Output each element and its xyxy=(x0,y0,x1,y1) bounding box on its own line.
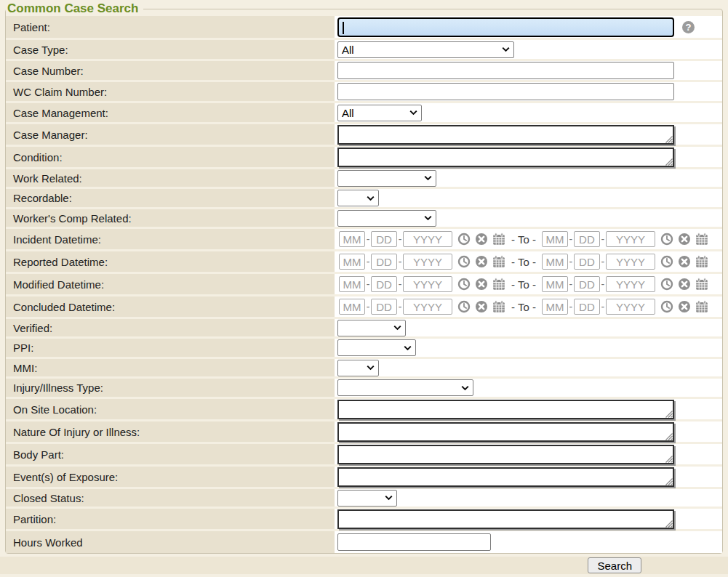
reported-datetime-from-year-input[interactable]: YYYY xyxy=(403,254,452,270)
calendar-icon[interactable] xyxy=(695,300,708,313)
resize-grip-icon[interactable] xyxy=(665,478,673,485)
clear-icon[interactable] xyxy=(678,300,691,313)
ppi-select[interactable] xyxy=(337,339,416,356)
resize-grip-icon[interactable] xyxy=(665,456,673,463)
incident-datetime-from-year-input[interactable]: YYYY xyxy=(403,231,452,247)
modified-datetime-from-separator: - xyxy=(397,278,403,290)
wc-claim-number-input[interactable] xyxy=(337,83,674,100)
form-row-injury-illness-type: Injury/Illness Type: xyxy=(6,379,722,399)
injury-illness-type-select[interactable] xyxy=(337,379,473,396)
search-button[interactable]: Search xyxy=(588,557,641,573)
clear-icon[interactable] xyxy=(475,278,488,291)
body-part-textarea[interactable] xyxy=(337,445,674,464)
concluded-datetime-from-month-input[interactable]: MM xyxy=(339,299,365,315)
nature-of-injury-textarea[interactable] xyxy=(337,422,674,442)
patient-label: Patient: xyxy=(6,16,335,38)
incident-datetime-from-day-input[interactable]: DD xyxy=(371,231,397,247)
reported-datetime-to-year-input[interactable]: YYYY xyxy=(606,254,655,270)
clear-icon[interactable] xyxy=(678,255,691,268)
time-icon[interactable] xyxy=(660,233,673,246)
reported-datetime-to-day-input[interactable]: DD xyxy=(574,254,600,270)
time-icon[interactable] xyxy=(457,233,471,246)
incident-datetime-to-day-input[interactable]: DD xyxy=(574,231,600,247)
concluded-datetime-to-day-input[interactable]: DD xyxy=(574,299,600,315)
form-row-workers-comp-related: Worker's Comp Related: xyxy=(6,209,722,229)
help-icon[interactable]: ? xyxy=(682,21,695,33)
resize-grip-icon[interactable] xyxy=(665,433,673,440)
workers-comp-related-select[interactable] xyxy=(337,210,436,227)
modified-datetime-from-year-input[interactable]: YYYY xyxy=(403,276,452,292)
modified-datetime-to-separator: - To - xyxy=(511,278,536,291)
form-row-case-type: Case Type:All xyxy=(6,40,722,61)
reported-datetime-to-month-input[interactable]: MM xyxy=(542,254,568,270)
clear-icon[interactable] xyxy=(475,300,488,313)
reported-datetime-from-icons xyxy=(457,255,505,268)
form-row-case-manager: Case Manager: xyxy=(6,124,722,147)
patient-value-cell: ? xyxy=(335,16,722,38)
resize-grip-icon[interactable] xyxy=(665,136,673,143)
clear-icon[interactable] xyxy=(475,255,488,268)
partition-textarea[interactable] xyxy=(337,509,674,529)
calendar-icon[interactable] xyxy=(695,255,708,268)
clear-icon[interactable] xyxy=(678,233,691,246)
modified-datetime-to-day-input[interactable]: DD xyxy=(574,276,600,292)
mmi-select[interactable] xyxy=(337,360,379,376)
calendar-icon[interactable] xyxy=(492,233,505,246)
time-icon[interactable] xyxy=(457,278,471,291)
reported-datetime-from-day-input[interactable]: DD xyxy=(371,254,397,270)
calendar-icon[interactable] xyxy=(695,233,708,246)
resize-grip-icon[interactable] xyxy=(665,520,673,528)
calendar-icon[interactable] xyxy=(695,278,708,291)
concluded-datetime-from-separator: - xyxy=(365,301,371,312)
chevron-down-icon xyxy=(367,366,375,371)
clear-icon[interactable] xyxy=(678,278,691,291)
incident-datetime-from-month-input[interactable]: MM xyxy=(339,231,365,247)
time-icon[interactable] xyxy=(660,300,673,313)
time-icon[interactable] xyxy=(457,255,471,268)
chevron-down-icon xyxy=(461,385,469,390)
resize-grip-icon[interactable] xyxy=(665,158,673,166)
modified-datetime-from-day-input[interactable]: DD xyxy=(371,276,397,292)
events-of-exposure-textarea[interactable] xyxy=(337,467,674,487)
hours-worked-input[interactable] xyxy=(337,533,491,551)
condition-value-cell xyxy=(335,147,722,167)
on-site-location-value-cell xyxy=(335,399,722,419)
modified-datetime-from-month-input[interactable]: MM xyxy=(339,276,365,292)
modified-datetime-to-month-input[interactable]: MM xyxy=(542,276,568,292)
patient-input[interactable] xyxy=(337,17,674,37)
concluded-datetime-from-year-input[interactable]: YYYY xyxy=(403,299,452,315)
recordable-select[interactable] xyxy=(337,190,379,206)
closed-status-select[interactable] xyxy=(337,490,397,507)
case-manager-textarea[interactable] xyxy=(337,125,674,145)
calendar-icon[interactable] xyxy=(492,278,505,291)
modified-datetime-to-year-input[interactable]: YYYY xyxy=(606,276,655,292)
on-site-location-textarea[interactable] xyxy=(337,400,674,419)
time-icon[interactable] xyxy=(660,278,673,291)
condition-textarea[interactable] xyxy=(337,148,674,167)
case-number-input[interactable] xyxy=(337,62,674,79)
nature-of-injury-label: Nature Of Injury or Illness: xyxy=(6,421,335,442)
incident-datetime-to-year-input[interactable]: YYYY xyxy=(606,231,655,247)
verified-select[interactable] xyxy=(337,320,406,336)
form-action-bar: Search xyxy=(0,557,728,574)
case-type-value-cell: All xyxy=(335,40,722,59)
time-icon[interactable] xyxy=(457,300,471,313)
form-row-body-part: Body Part: xyxy=(6,444,722,467)
concluded-datetime-to-year-input[interactable]: YYYY xyxy=(606,299,655,315)
concluded-datetime-from-day-input[interactable]: DD xyxy=(371,299,397,315)
chevron-down-icon xyxy=(502,47,510,52)
resize-grip-icon[interactable] xyxy=(665,411,673,418)
closed-status-label: Closed Status: xyxy=(6,489,335,507)
body-part-value-cell xyxy=(335,444,722,464)
incident-datetime-to-month-input[interactable]: MM xyxy=(542,231,568,247)
reported-datetime-date-range: MM-DD-YYYY- To -MM-DD-YYYY xyxy=(339,254,708,270)
time-icon[interactable] xyxy=(660,255,673,268)
concluded-datetime-to-month-input[interactable]: MM xyxy=(542,299,568,315)
clear-icon[interactable] xyxy=(475,233,488,246)
calendar-icon[interactable] xyxy=(492,300,505,313)
case-type-select[interactable]: All xyxy=(337,41,514,58)
reported-datetime-from-month-input[interactable]: MM xyxy=(339,254,365,270)
calendar-icon[interactable] xyxy=(492,255,505,268)
case-management-select[interactable]: All xyxy=(337,105,422,121)
work-related-select[interactable] xyxy=(337,170,436,187)
